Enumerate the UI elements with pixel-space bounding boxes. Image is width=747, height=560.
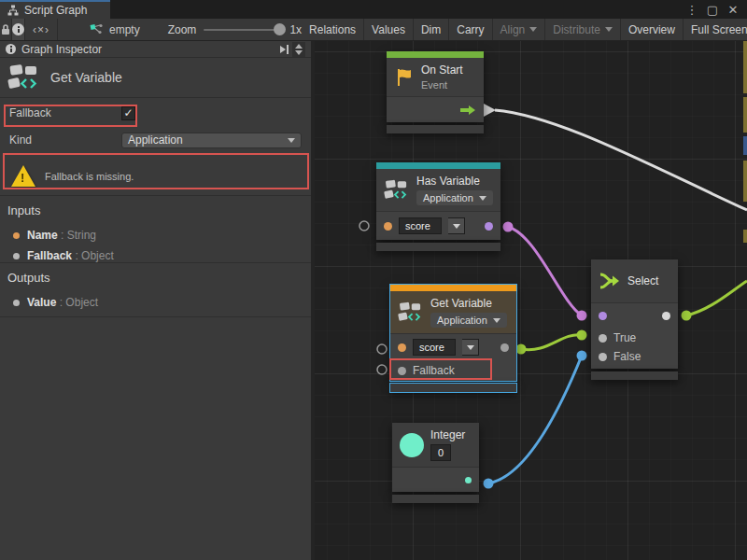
graph-ref-icon xyxy=(90,23,104,35)
tab-bar: Script Graph ⋮ ▢ ✕ xyxy=(0,0,747,19)
graph-canvas[interactable]: On Start Event xyxy=(315,41,747,560)
carry-button[interactable]: Carry xyxy=(449,19,492,40)
graph-toolbar: ‹×› empty Zoom 1x Relations Values Dim C… xyxy=(0,19,747,41)
variable-name-field[interactable]: score xyxy=(413,339,456,356)
variable-kind-dropdown[interactable]: Application xyxy=(416,190,493,205)
port-dot-icon xyxy=(13,253,20,259)
variable-unit-icon xyxy=(384,178,410,202)
true-input-port[interactable] xyxy=(599,334,607,343)
lock-icon xyxy=(0,23,11,35)
port-dot-icon xyxy=(13,300,20,306)
node-integer[interactable]: Integer 0 xyxy=(392,423,479,503)
name-input-port[interactable] xyxy=(384,222,392,231)
panel-spinner[interactable] xyxy=(292,42,305,57)
false-port-label: False xyxy=(613,350,641,363)
dock-right-icon[interactable] xyxy=(280,45,289,54)
variable-name-dropdown[interactable] xyxy=(448,217,465,234)
fallback-input-port[interactable] xyxy=(398,367,406,375)
info-icon xyxy=(12,23,24,35)
tab-script-graph[interactable]: Script Graph xyxy=(0,0,110,19)
false-input-port[interactable] xyxy=(599,353,607,361)
window-controls: ⋮ ▢ ✕ xyxy=(684,0,747,19)
selection-output-port[interactable] xyxy=(662,312,670,320)
chevron-down-icon xyxy=(493,318,500,323)
maximize-icon[interactable]: ▢ xyxy=(704,3,721,17)
lock-button[interactable] xyxy=(0,19,12,40)
zoom-value: 1x xyxy=(289,23,302,36)
variable-name-dropdown[interactable] xyxy=(462,339,479,356)
node-select[interactable]: Select True False xyxy=(591,259,678,380)
unconnected-port-ring[interactable] xyxy=(377,344,387,354)
graph-hierarchy-icon xyxy=(7,5,19,16)
full-screen-button[interactable]: Full Screen xyxy=(684,19,747,40)
node-get-variable[interactable]: Get Variable Application score xyxy=(390,285,516,392)
graph-ref-label: empty xyxy=(109,23,140,36)
zoom-slider-knob[interactable] xyxy=(274,23,286,35)
distribute-button[interactable]: Distribute xyxy=(545,19,621,40)
node-title: Has Variable xyxy=(416,175,493,188)
chevron-down-icon xyxy=(453,224,460,229)
inspector-title: Graph Inspector xyxy=(21,43,102,56)
wire-control-onstart[interactable] xyxy=(484,104,747,210)
kind-dropdown[interactable]: Application xyxy=(121,133,302,148)
chevron-down-icon xyxy=(479,196,486,201)
chevron-down-icon xyxy=(288,138,295,143)
code-preview-button[interactable]: ‹×› xyxy=(25,19,58,40)
integer-value-field[interactable]: 0 xyxy=(430,444,451,461)
node-has-variable[interactable]: Has Variable Application score xyxy=(376,162,500,251)
edge-artifact xyxy=(743,97,747,133)
variable-unit-icon xyxy=(398,301,424,324)
tab-label: Script Graph xyxy=(24,4,87,17)
node-footer xyxy=(392,495,479,503)
edge-artifact xyxy=(743,230,747,243)
variable-colorbar xyxy=(390,285,516,291)
warning-box: ! Fallback is missing. xyxy=(0,157,311,196)
unconnected-port-ring[interactable] xyxy=(359,221,369,231)
zoom-slider[interactable] xyxy=(204,29,282,31)
zoom-control: Zoom 1x xyxy=(168,19,302,40)
wires-layer xyxy=(315,41,747,560)
graph-reference[interactable]: empty xyxy=(90,19,140,40)
dim-button[interactable]: Dim xyxy=(414,19,449,40)
edge-artifact xyxy=(743,41,747,93)
values-button[interactable]: Values xyxy=(364,19,414,40)
node-subtitle: Event xyxy=(421,79,463,91)
relations-button[interactable]: Relations xyxy=(302,19,364,40)
fallback-field-row: Fallback ✓ xyxy=(0,98,311,128)
unconnected-port-ring[interactable] xyxy=(377,365,387,374)
align-button[interactable]: Align xyxy=(493,19,546,40)
node-footer xyxy=(387,125,484,133)
node-on-start[interactable]: On Start Event xyxy=(387,51,484,133)
variable-kind-dropdown[interactable]: Application xyxy=(430,313,507,328)
condition-input-port[interactable] xyxy=(599,312,607,320)
chevron-up-icon xyxy=(295,44,303,49)
control-arrow-icon xyxy=(459,105,476,116)
kind-field-row: Kind Application xyxy=(0,128,311,152)
node-title: Integer xyxy=(430,428,465,441)
kind-dropdown-value: Application xyxy=(128,133,183,147)
wire-select-out[interactable] xyxy=(682,281,747,321)
inspector-toggle-button[interactable] xyxy=(12,19,25,40)
result-output-port[interactable] xyxy=(485,222,493,231)
overview-button[interactable]: Overview xyxy=(621,19,684,40)
chevron-down-icon xyxy=(295,50,303,55)
variable-name-field[interactable]: score xyxy=(399,217,442,234)
fallback-checkbox[interactable]: ✓ xyxy=(121,106,135,120)
value-output-port[interactable] xyxy=(500,343,509,352)
window-menu-icon[interactable]: ⋮ xyxy=(684,3,700,17)
select-merge-icon xyxy=(599,270,621,292)
control-output-port[interactable] xyxy=(459,105,476,116)
fallback-port-label: Fallback xyxy=(413,364,455,377)
integer-output-port[interactable] xyxy=(465,477,472,483)
port-dot-icon xyxy=(13,232,20,239)
inputs-title: Inputs xyxy=(7,203,303,217)
chevron-down-icon xyxy=(605,27,613,32)
unit-title: Get Variable xyxy=(50,70,122,85)
graph-inspector-panel: Graph Inspector Get Variable Fallback ✓ … xyxy=(0,41,311,560)
wire-getvariable-select[interactable] xyxy=(516,330,587,355)
name-input-port[interactable] xyxy=(398,343,406,352)
inputs-section: Inputs Name : String Fallback : Object xyxy=(0,196,311,263)
close-icon[interactable]: ✕ xyxy=(725,3,741,17)
info-icon xyxy=(6,44,16,54)
kind-field-label: Kind xyxy=(9,133,121,147)
